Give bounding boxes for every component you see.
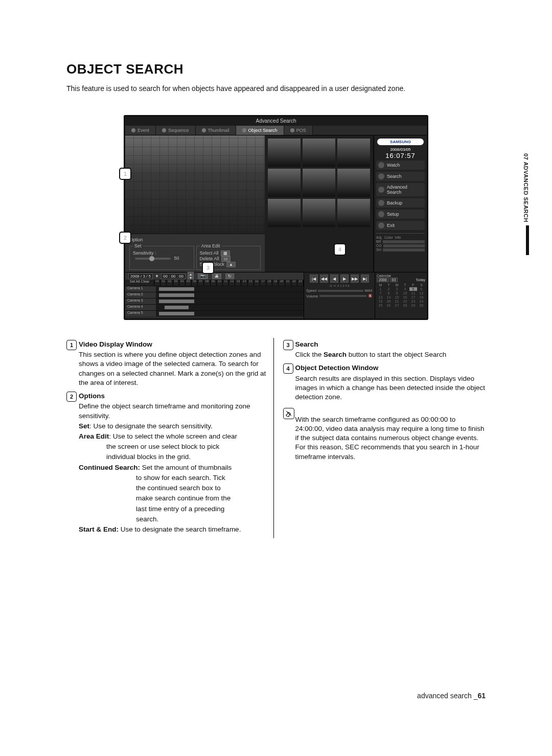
dropdown-icon[interactable]: ▼ [155,274,159,279]
video-display-window[interactable] [125,135,265,234]
calendar-day[interactable]: 5 [409,287,417,291]
calendar-day[interactable]: 29 [409,304,417,307]
calendar-day[interactable]: 17 [409,295,417,299]
sh-slider[interactable] [383,248,425,251]
calendar-day[interactable]: 24 [418,300,425,303]
br-slider[interactable] [383,240,425,243]
result-thumbnail[interactable] [268,139,301,167]
calendar-day[interactable]: 2 [385,287,393,291]
calendar-day[interactable]: 7 [377,291,384,295]
timeline-track[interactable] [156,292,304,298]
result-thumbnail[interactable] [268,169,301,197]
camera-icon[interactable]: 📷 [198,273,208,279]
mute-icon[interactable]: 🔇 [368,294,373,298]
result-thumbnail[interactable] [337,169,370,197]
hour-ruler: 0001020304050607080910111213141516171819… [154,280,304,286]
prev-button[interactable]: ◀◀ [320,274,328,283]
today-button[interactable]: Today [416,278,425,282]
calendar-day[interactable]: 27 [393,304,401,307]
info-panel: Adj.ColorInfo BR CO SH [376,233,425,252]
print-icon[interactable]: 🖶 [212,273,221,279]
reload-icon[interactable]: ↻ [225,273,234,279]
result-thumbnail[interactable] [337,139,370,167]
time-stepper[interactable]: ▲▼ [188,272,194,280]
page-title: OBJECT SEARCH [66,61,486,77]
calendar-day[interactable]: 20 [385,300,393,303]
calendar-day[interactable]: 3 [393,287,401,291]
calendar-day[interactable]: 19 [377,300,384,303]
result-thumbnail[interactable] [303,199,335,227]
nav-backup[interactable]: Backup [376,198,425,208]
nav-setup[interactable]: Setup [376,210,425,219]
last-button[interactable]: ▶| [361,274,369,283]
calendar-day[interactable]: 21 [393,300,401,303]
calendar-day[interactable]: 4 [401,287,409,291]
camera-row-label[interactable]: Camera 1 [125,286,156,292]
calendar-day[interactable]: 18 [418,295,425,299]
volume-slider[interactable] [319,295,366,297]
sequence-icon [162,128,166,132]
timeline-track[interactable] [156,286,304,292]
result-thumbnail[interactable] [303,139,335,167]
nav-watch[interactable]: Watch [376,161,425,170]
nav-advanced-search[interactable]: Advanced Search [376,183,425,196]
date-picker[interactable]: 2008 / 3 / 5 [128,273,153,279]
nav-search[interactable]: Search [376,172,425,181]
tab-object-search[interactable]: Object Search [236,126,284,135]
calendar-day[interactable]: 30 [418,304,425,307]
calendar-day[interactable]: 11 [409,291,417,295]
select-block-button[interactable]: ▲ [226,262,236,267]
camera-row-label[interactable]: Camera 3 [125,299,156,304]
callout-2: 2 [119,232,131,244]
timeline-track[interactable] [156,305,304,310]
first-button[interactable]: |◀ [310,274,318,283]
result-thumbnail[interactable] [268,199,301,227]
select-all-button[interactable]: ▦ [221,250,230,256]
sensitivity-slider[interactable] [135,258,171,260]
calendar-day[interactable]: 9 [393,291,401,295]
calendar-day[interactable]: 1 [377,287,384,291]
delete-all-label: Delete All [200,256,219,261]
camera-row-label[interactable]: Camera 4 [125,305,156,310]
calendar-day[interactable]: 23 [409,300,417,303]
camera-row-label[interactable]: Camera 2 [125,292,156,298]
description-columns: 1 Video Display Window This section is w… [66,338,486,538]
calendar-day[interactable]: 26 [385,304,393,307]
speed-slider[interactable] [318,290,363,292]
timeline-panel: 2008 / 3 / 5▼ 00 : 00 : 00▲▼ 📷 🖶 ↻ Set A… [125,272,304,318]
time-input[interactable]: 00 : 00 : 00 [161,273,186,279]
next-button[interactable]: ▶▶ [351,274,359,283]
note-icon [283,408,294,419]
tab-sequence[interactable]: Sequence [156,126,196,135]
month-select[interactable]: 03 [390,278,398,282]
sensitivity-label: Sensitivity : [133,250,156,256]
calendar-day[interactable]: 28 [401,304,409,307]
calendar-day[interactable]: 22 [401,300,409,303]
thumbnail-icon [202,128,206,132]
year-select[interactable]: 2008 [377,278,389,282]
result-thumbnail[interactable] [303,169,335,197]
calendar-day[interactable]: 13 [377,295,384,299]
delete-all-button[interactable]: ▭ [221,256,231,262]
play-back-button[interactable]: ◀ [330,274,338,283]
co-slider[interactable] [383,244,425,247]
calendar-day[interactable]: 6 [418,287,425,291]
calendar-day[interactable]: 8 [385,291,393,295]
set-all-button[interactable]: Set All Clear [125,280,154,286]
tab-thumbnail[interactable]: Thumbnail [196,126,236,135]
calendar-day[interactable]: 14 [385,295,393,299]
calendar-day[interactable]: 15 [393,295,401,299]
calendar-day[interactable]: 10 [401,291,409,295]
play-button[interactable]: ▶ [340,274,349,283]
nav-exit[interactable]: Exit [376,221,425,230]
tab-pos[interactable]: POS [284,126,313,135]
result-thumbnail[interactable] [337,199,370,227]
camera-row-label[interactable]: Camera 5 [125,311,156,316]
timeline-track[interactable] [156,311,304,316]
calendar-day[interactable]: 16 [401,295,409,299]
timeline-track[interactable] [156,299,304,304]
backup-icon [378,200,384,206]
tab-event[interactable]: Event [125,126,156,135]
calendar-day[interactable]: 25 [377,304,384,307]
calendar-day[interactable]: 12 [418,291,425,295]
